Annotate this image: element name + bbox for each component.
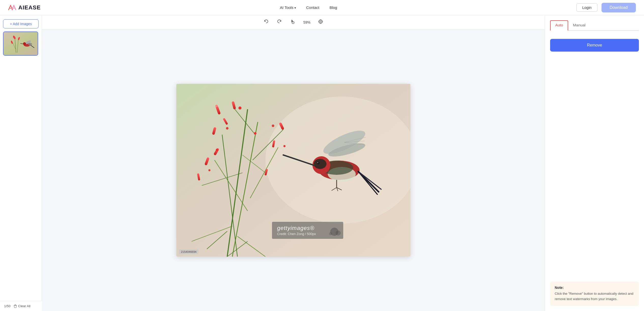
canvas-content[interactable]: gettyimages® Credit: Chen Zong / 500px 2… — [42, 29, 545, 311]
nav-ai-tools[interactable]: AI Tools — [280, 5, 296, 10]
bottom-bar: 1/50 Clear All — [0, 301, 42, 311]
tab-auto[interactable]: Auto — [550, 20, 568, 31]
watermark-dots-decoration — [325, 227, 341, 237]
svg-point-14 — [320, 21, 321, 22]
svg-rect-76 — [14, 305, 17, 306]
header-actions: Login Download — [576, 3, 636, 12]
clear-all-label: Clear All — [18, 304, 30, 308]
undo-icon — [264, 19, 269, 24]
svg-point-45 — [254, 132, 256, 135]
image-thumbnail[interactable] — [3, 32, 38, 56]
svg-point-47 — [283, 145, 285, 147]
svg-point-59 — [318, 162, 318, 163]
target-button[interactable] — [316, 18, 325, 26]
nav-contact[interactable]: Contact — [306, 5, 319, 10]
remove-button[interactable]: Remove — [550, 39, 639, 52]
svg-rect-77 — [15, 305, 16, 305]
svg-point-44 — [208, 169, 210, 171]
trash-icon — [13, 304, 17, 308]
pan-button[interactable] — [288, 18, 298, 27]
main-nav: AI Tools Contact Blog — [280, 5, 337, 10]
redo-icon — [277, 19, 282, 24]
hand-icon — [290, 19, 296, 24]
svg-point-74 — [336, 230, 341, 236]
svg-point-58 — [317, 162, 320, 164]
logo-icon — [8, 4, 16, 11]
svg-point-13 — [319, 20, 322, 23]
canvas-area: 59% — [42, 15, 545, 311]
tab-manual[interactable]: Manual — [568, 20, 590, 30]
redo-button[interactable] — [275, 18, 284, 26]
svg-point-46 — [272, 125, 274, 127]
logo-text: AIEASE — [18, 4, 41, 11]
thumbnail-image — [4, 32, 38, 55]
svg-point-42 — [226, 127, 228, 130]
image-count: 1/50 — [4, 304, 10, 308]
note-title: Note: — [555, 286, 634, 290]
clear-all-button[interactable]: Clear All — [13, 304, 30, 308]
note-text: Click the "Remove" button to automatical… — [555, 291, 634, 302]
image-id-badge: 2154046694 — [179, 250, 198, 254]
chevron-down-icon — [294, 5, 296, 10]
svg-point-10 — [23, 42, 26, 45]
mode-tabs: Auto Manual — [550, 20, 639, 30]
header: AIEASE AI Tools Contact Blog Login Downl… — [0, 0, 644, 15]
login-button[interactable]: Login — [576, 3, 597, 12]
note-box: Note: Click the "Remove" button to autom… — [550, 282, 639, 306]
left-sidebar: + Add Images — [0, 15, 42, 311]
target-icon — [318, 19, 323, 24]
nav-blog[interactable]: Blog — [330, 5, 337, 10]
right-panel: Auto Manual Remove Note: Click the "Remo… — [545, 15, 644, 311]
svg-point-57 — [314, 159, 326, 169]
svg-point-43 — [216, 149, 218, 151]
main-layout: + Add Images — [0, 15, 644, 311]
zoom-level: 59% — [302, 20, 312, 24]
logo: AIEASE — [8, 4, 41, 11]
undo-button[interactable] — [262, 18, 271, 26]
svg-point-75 — [329, 232, 332, 235]
canvas-toolbar: 59% — [42, 15, 545, 29]
svg-point-41 — [238, 106, 241, 110]
download-button[interactable]: Download — [602, 3, 636, 12]
watermark-overlay: gettyimages® Credit: Chen Zong / 500px — [272, 222, 343, 239]
main-image-frame: gettyimages® Credit: Chen Zong / 500px 2… — [176, 84, 410, 257]
add-images-button[interactable]: + Add Images — [3, 19, 39, 28]
